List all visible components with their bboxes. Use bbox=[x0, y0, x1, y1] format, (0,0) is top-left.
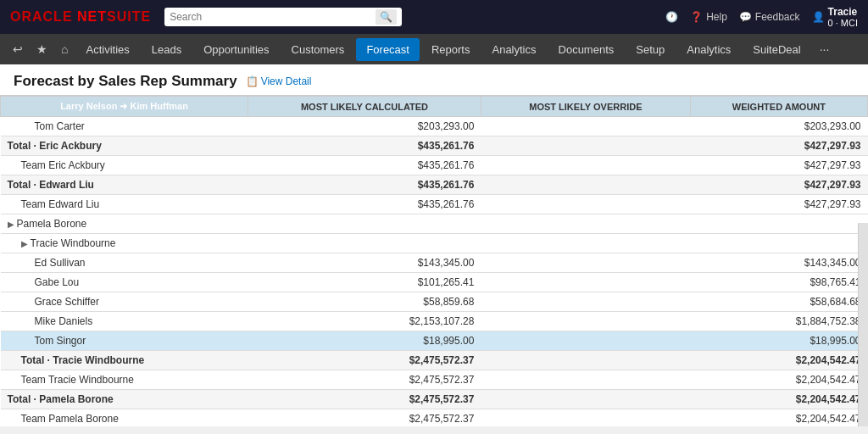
nav-reports[interactable]: Reports bbox=[421, 38, 481, 61]
table-wrapper: Larry Nelson ➜ Kim Huffman MOST LIKELY C… bbox=[0, 96, 868, 426]
table-row[interactable]: Team Eric Ackbury$435,261.76$427,297.93 bbox=[1, 156, 868, 175]
table-row[interactable]: Total · Eric Ackbury$435,261.76$427,297.… bbox=[1, 136, 868, 156]
row-override-cell bbox=[481, 409, 690, 427]
row-override-cell bbox=[481, 331, 690, 351]
help-icon: ❓ bbox=[690, 11, 703, 23]
view-detail-link[interactable]: 📋 View Detail bbox=[246, 75, 312, 87]
row-weighted-cell: $427,297.93 bbox=[690, 175, 867, 195]
user-name: Tracie bbox=[828, 6, 858, 18]
table-row[interactable]: Tom Singor$18,995.00$18,995.00 bbox=[1, 331, 868, 351]
page-header: Forecast by Sales Rep Summary 📋 View Det… bbox=[0, 64, 868, 96]
table-row[interactable]: Mike Daniels$2,153,107.28$1,884,752.38 bbox=[1, 312, 868, 331]
page-title: Forecast by Sales Rep Summary bbox=[14, 73, 237, 90]
table-row[interactable]: Team Edward Liu$435,261.76$427,297.93 bbox=[1, 195, 868, 214]
row-name-cell: Total · Edward Liu bbox=[1, 175, 248, 195]
table-row[interactable]: Total · Edward Liu$435,261.76$427,297.93 bbox=[1, 175, 868, 195]
table-row[interactable]: Grace Schiffer$58,859.68$58,684.68 bbox=[1, 292, 868, 312]
row-weighted-cell: $2,204,542.47 bbox=[690, 409, 867, 427]
row-name-cell: Total · Tracie Windbourne bbox=[1, 351, 248, 370]
recent-icon: 🕐 bbox=[665, 11, 678, 23]
nav-leads[interactable]: Leads bbox=[142, 38, 192, 61]
row-most-likely-cell: $2,153,107.28 bbox=[248, 312, 481, 331]
feedback-icon: 💬 bbox=[739, 11, 752, 23]
user-menu-button[interactable]: 👤 Tracie 0 · MCI bbox=[812, 6, 858, 28]
row-most-likely-cell bbox=[248, 234, 481, 253]
nav-opportunities[interactable]: Opportunities bbox=[193, 38, 279, 61]
logo-oracle: ORACLE bbox=[10, 9, 77, 24]
nav-analytics2[interactable]: Analytics bbox=[676, 38, 741, 61]
row-name-cell: Team Tracie Windbourne bbox=[1, 370, 248, 390]
help-button[interactable]: ❓ Help bbox=[690, 11, 727, 23]
top-bar-right: 🕐 ❓ Help 💬 Feedback 👤 Tracie 0 · MCI bbox=[665, 6, 858, 28]
table-row[interactable]: Tom Carter$203,293.00$203,293.00 bbox=[1, 117, 868, 136]
row-weighted-cell: $98,765.41 bbox=[690, 273, 867, 292]
scrollbar[interactable] bbox=[858, 223, 868, 426]
row-override-cell bbox=[481, 351, 690, 370]
logo-net: NET bbox=[77, 9, 107, 24]
row-most-likely-cell: $2,475,572.37 bbox=[248, 409, 481, 427]
tree-expand-icon[interactable]: ▶ bbox=[8, 220, 14, 229]
row-override-cell bbox=[481, 195, 690, 214]
table-row[interactable]: Gabe Lou$101,265.41$98,765.41 bbox=[1, 273, 868, 292]
row-name-cell: Team Edward Liu bbox=[1, 195, 248, 214]
col-override-header: MOST LIKELY OVERRIDE bbox=[481, 97, 690, 117]
row-name-cell: Total · Eric Ackbury bbox=[1, 136, 248, 156]
nav-documents[interactable]: Documents bbox=[548, 38, 625, 61]
row-most-likely-cell: $143,345.00 bbox=[248, 253, 481, 273]
nav-analytics[interactable]: Analytics bbox=[481, 38, 546, 61]
table-row[interactable]: ▶Tracie Windbourne bbox=[1, 234, 868, 253]
col-most-likely-header: MOST LIKELY CALCULATED bbox=[248, 97, 481, 117]
search-button[interactable]: 🔍 bbox=[376, 9, 397, 25]
row-weighted-cell bbox=[690, 214, 867, 234]
row-override-cell bbox=[481, 292, 690, 312]
table-container[interactable]: Larry Nelson ➜ Kim Huffman MOST LIKELY C… bbox=[0, 96, 868, 426]
nav-forecast[interactable]: Forecast bbox=[356, 38, 420, 61]
nav-home-icon[interactable]: ⌂ bbox=[55, 39, 74, 59]
row-name-cell: Team Pamela Borone bbox=[1, 409, 248, 427]
nav-more-button[interactable]: ··· bbox=[813, 39, 837, 59]
recent-button[interactable]: 🕐 bbox=[665, 11, 678, 23]
table-row[interactable]: ▶Pamela Borone bbox=[1, 214, 868, 234]
row-override-cell bbox=[481, 273, 690, 292]
table-row[interactable]: Total · Tracie Windbourne$2,475,572.37$2… bbox=[1, 351, 868, 370]
table-row[interactable]: Team Pamela Borone$2,475,572.37$2,204,54… bbox=[1, 409, 868, 427]
forecast-table: Larry Nelson ➜ Kim Huffman MOST LIKELY C… bbox=[0, 96, 868, 426]
row-weighted-cell: $2,204,542.47 bbox=[690, 370, 867, 390]
help-label: Help bbox=[706, 11, 727, 23]
search-input[interactable] bbox=[170, 11, 372, 23]
row-override-cell bbox=[481, 312, 690, 331]
row-override-cell bbox=[481, 390, 690, 409]
search-box[interactable]: 🔍 bbox=[164, 8, 402, 26]
row-most-likely-cell: $2,475,572.37 bbox=[248, 351, 481, 370]
row-override-cell bbox=[481, 253, 690, 273]
nav-suitedeal[interactable]: SuiteDeal bbox=[743, 38, 810, 61]
top-bar: ORACLE NETSUITE 🔍 🕐 ❓ Help 💬 Feedback 👤 … bbox=[0, 0, 868, 34]
row-weighted-cell: $143,345.00 bbox=[690, 253, 867, 273]
nav-activities[interactable]: Activities bbox=[75, 38, 139, 61]
nav-back-icon[interactable]: ↩ bbox=[7, 39, 29, 59]
nav-star-icon[interactable]: ★ bbox=[31, 39, 53, 59]
row-override-cell bbox=[481, 175, 690, 195]
nav-setup[interactable]: Setup bbox=[626, 38, 675, 61]
feedback-button[interactable]: 💬 Feedback bbox=[739, 11, 800, 23]
feedback-label: Feedback bbox=[755, 11, 800, 23]
row-most-likely-cell: $18,995.00 bbox=[248, 331, 481, 351]
row-weighted-cell: $2,204,542.47 bbox=[690, 351, 867, 370]
row-most-likely-cell: $58,859.68 bbox=[248, 292, 481, 312]
row-most-likely-cell: $435,261.76 bbox=[248, 175, 481, 195]
nav-customers[interactable]: Customers bbox=[281, 38, 355, 61]
table-row[interactable]: Total · Pamela Borone$2,475,572.37$2,204… bbox=[1, 390, 868, 409]
table-row[interactable]: Team Tracie Windbourne$2,475,572.37$2,20… bbox=[1, 370, 868, 390]
row-name-cell: Tom Carter bbox=[1, 117, 248, 136]
user-icon: 👤 bbox=[812, 11, 825, 23]
view-detail-label: View Detail bbox=[261, 75, 312, 87]
row-name-cell: Grace Schiffer bbox=[1, 292, 248, 312]
row-weighted-cell: $2,204,542.47 bbox=[690, 390, 867, 409]
row-most-likely-cell: $435,261.76 bbox=[248, 195, 481, 214]
tree-expand-icon[interactable]: ▶ bbox=[21, 239, 28, 248]
row-weighted-cell: $203,293.00 bbox=[690, 117, 867, 136]
row-most-likely-cell: $2,475,572.37 bbox=[248, 370, 481, 390]
table-row[interactable]: Ed Sullivan$143,345.00$143,345.00 bbox=[1, 253, 868, 273]
row-name-cell: Tom Singor bbox=[1, 331, 248, 351]
row-weighted-cell: $427,297.93 bbox=[690, 156, 867, 175]
